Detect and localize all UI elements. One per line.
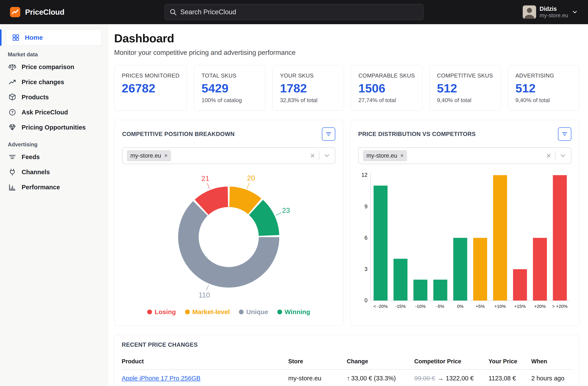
legend-item-winning: Winning xyxy=(277,308,310,316)
filter-tag[interactable]: my-store.eu × xyxy=(363,150,407,161)
legend-dot xyxy=(239,309,244,314)
when-cell: 2 hours ago xyxy=(531,369,572,386)
legend-label: Market-level xyxy=(192,308,230,316)
sidebar-item-performance[interactable]: Performance xyxy=(0,180,108,195)
home-grid-icon xyxy=(11,33,20,42)
your-price-cell: 1123,08 € xyxy=(489,369,531,386)
charts-row: COMPETITIVE POSITION BREAKDOWN my-store.… xyxy=(114,120,579,326)
sidebar-item-price-comparison[interactable]: Price comparison xyxy=(0,59,108,75)
feeds-lines-icon xyxy=(8,153,16,161)
svg-text:6: 6 xyxy=(364,235,368,241)
store-filter-select[interactable]: my-store.eu × × xyxy=(122,147,335,164)
sidebar-item-label: Ask PriceCloud xyxy=(22,109,68,116)
competitor-price-cell: 99,00 €→1322,00 € xyxy=(414,369,489,386)
svg-text:21: 21 xyxy=(202,174,210,182)
sidebar-item-products[interactable]: Products xyxy=(0,90,108,105)
trending-up-icon xyxy=(8,78,16,86)
card-title: RECENT PRICE CHANGES xyxy=(122,342,572,348)
brand-name: PriceCloud xyxy=(25,8,64,16)
brand[interactable]: PriceCloud xyxy=(0,6,64,18)
change-value: 33,00 € (33.3%) xyxy=(351,375,396,382)
svg-text:12: 12 xyxy=(361,172,368,178)
filter-button[interactable] xyxy=(322,127,335,141)
select-divider xyxy=(319,151,319,160)
search-box[interactable] xyxy=(165,4,423,20)
svg-text:-15%: -15% xyxy=(395,304,406,309)
sidebar-item-ask-pricecloud[interactable]: ? Ask PriceCloud xyxy=(0,105,108,120)
price-up-arrow-icon: ↑ xyxy=(347,375,350,382)
kpi-sub: 9,40% of total xyxy=(515,97,572,104)
donut-legend: Losing Market-level Unique Winning xyxy=(122,308,335,316)
kpi-label: COMPARABLE SKUS xyxy=(358,72,415,79)
kpi-value: 512 xyxy=(515,81,572,95)
recent-price-changes-table: Product Store Change Competitor Price Yo… xyxy=(122,355,572,386)
remove-tag-icon[interactable]: × xyxy=(164,153,168,159)
svg-text:3: 3 xyxy=(364,266,368,272)
kpi-label: COMPETITIVE SKUS xyxy=(437,72,493,79)
legend-label: Unique xyxy=(246,308,268,316)
sidebar-item-price-changes[interactable]: Price changes xyxy=(0,75,108,90)
legend-dot xyxy=(185,309,190,314)
kpi-value: 1506 xyxy=(358,81,415,95)
svg-text:110: 110 xyxy=(199,291,210,299)
svg-text:20: 20 xyxy=(247,174,255,182)
package-icon xyxy=(8,93,16,101)
user-menu[interactable]: Didzis my-store.eu xyxy=(523,5,578,19)
legend-label: Losing xyxy=(155,308,176,316)
sidebar-item-channels[interactable]: Channels xyxy=(0,165,108,180)
kpi-sub: 27,74% of total xyxy=(358,97,415,104)
sidebar-item-label: Products xyxy=(22,94,49,101)
column-header-competitor-price: Competitor Price xyxy=(414,355,489,369)
legend-dot xyxy=(147,309,152,314)
legend-item-losing: Losing xyxy=(147,308,176,316)
price-distribution-bar-chart: 036912< -20%-15%-10%-5%0%+5%+10%+15%+20%… xyxy=(358,170,571,311)
kpi-row: PRICES MONITORED 26782 TOTAL SKUS 5429 1… xyxy=(114,65,579,111)
clear-select-icon[interactable]: × xyxy=(546,152,551,160)
card-title: PRICE DISTRIBUTION VS COMPETITORS xyxy=(358,131,476,137)
old-price: 99,00 € xyxy=(414,375,435,382)
filter-tag-label: my-store.eu xyxy=(366,153,397,159)
product-link[interactable]: Apple iPhone 17 Pro 256GB xyxy=(122,375,200,382)
store-cell: my-store.eu xyxy=(288,369,347,386)
kpi-card-comparable-skus: COMPARABLE SKUS 1506 27,74% of total xyxy=(351,65,422,111)
svg-text:?: ? xyxy=(11,110,13,114)
filter-icon xyxy=(325,131,332,137)
sidebar-item-feeds[interactable]: Feeds xyxy=(0,149,108,165)
select-divider xyxy=(555,151,555,160)
kpi-card-competitive-skus: COMPETITIVE SKUS 512 9,40% of total xyxy=(429,65,501,111)
kpi-card-total-skus: TOTAL SKUS 5429 100% of catalog xyxy=(194,65,265,111)
chevron-down-icon[interactable] xyxy=(559,152,567,159)
kpi-value: 5429 xyxy=(202,81,258,95)
search-input[interactable] xyxy=(180,8,419,16)
svg-text:23: 23 xyxy=(282,206,290,214)
filter-button[interactable] xyxy=(558,127,571,141)
new-price: 1322,00 € xyxy=(446,375,474,382)
filter-tag[interactable]: my-store.eu × xyxy=(127,150,171,161)
search-icon xyxy=(169,8,177,16)
table-row: Apple iPhone 17 Pro 256GB my-store.eu ↑3… xyxy=(122,369,572,386)
kpi-label: TOTAL SKUS xyxy=(202,72,258,79)
svg-text:-10%: -10% xyxy=(415,304,426,309)
svg-text:0: 0 xyxy=(364,297,368,303)
gem-icon xyxy=(8,123,16,132)
chevron-down-icon[interactable] xyxy=(323,152,331,159)
clear-select-icon[interactable]: × xyxy=(310,152,315,160)
scale-icon xyxy=(8,63,16,71)
sidebar-item-home[interactable]: Home xyxy=(6,29,101,46)
svg-text:+5%: +5% xyxy=(476,304,485,309)
sidebar-item-label: Price comparison xyxy=(22,63,74,71)
remove-tag-icon[interactable]: × xyxy=(400,153,404,159)
column-header-change: Change xyxy=(347,355,414,369)
svg-text:0%: 0% xyxy=(457,304,463,309)
svg-text:+20%: +20% xyxy=(534,304,546,309)
user-avatar xyxy=(523,5,536,19)
kpi-value: 26782 xyxy=(122,81,179,95)
page-title: Dashboard xyxy=(114,32,579,45)
arrow-right-icon: → xyxy=(437,375,444,382)
store-filter-select[interactable]: my-store.eu × × xyxy=(358,147,571,164)
sidebar-item-label: Feeds xyxy=(22,154,40,161)
filter-icon xyxy=(561,131,568,137)
sidebar-item-label: Price changes xyxy=(22,78,64,86)
active-nav-indicator xyxy=(0,29,1,46)
sidebar-item-pricing-opportunities[interactable]: Pricing Opportunities xyxy=(0,120,108,135)
